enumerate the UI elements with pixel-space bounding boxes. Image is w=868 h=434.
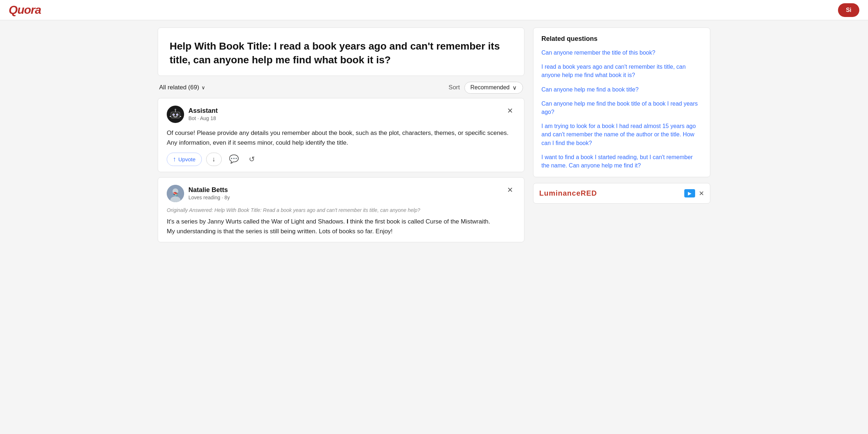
- avatar-2: 📚: [167, 185, 184, 202]
- sort-value: Recommended: [471, 84, 510, 91]
- related-link-5[interactable]: I want to find a book I started reading,…: [541, 153, 702, 170]
- ad-play-button[interactable]: ▶: [684, 189, 695, 197]
- ad-card: LuminanceRED ▶ ✕: [533, 183, 710, 204]
- related-link-3[interactable]: Can anyone help me find the book title o…: [541, 99, 702, 116]
- avatar: [167, 106, 184, 123]
- share-button[interactable]: ↺: [246, 153, 258, 165]
- answer-text: Of course! Please provide any details yo…: [167, 128, 515, 148]
- question-title: Help With Book Title: I read a book year…: [170, 39, 512, 67]
- author-name-2: Natalie Betts: [188, 186, 230, 194]
- page-layout: Help With Book Title: I read a book year…: [152, 20, 716, 255]
- author-meta: Bot · Aug 18: [188, 115, 218, 121]
- svg-point-13: [175, 109, 176, 110]
- close-answer-button[interactable]: ✕: [505, 106, 515, 116]
- svg-point-11: [177, 114, 178, 115]
- filters-bar: All related (69) ∨ Sort Recommended ∨: [158, 82, 524, 94]
- comment-button[interactable]: 💬: [226, 153, 242, 165]
- ad-close-button[interactable]: ✕: [699, 190, 704, 197]
- upvote-icon: ↑: [173, 156, 176, 163]
- comment-icon: 💬: [229, 154, 239, 163]
- header: Quora Si: [0, 0, 868, 20]
- related-link-0[interactable]: Can anyone remember the title of this bo…: [541, 48, 702, 57]
- sidebar: Related questions Can anyone remember th…: [533, 27, 710, 247]
- author-details: Assistant Bot · Aug 18: [188, 107, 218, 121]
- sort-dropdown[interactable]: Recommended ∨: [464, 82, 523, 94]
- related-questions-card: Related questions Can anyone remember th…: [533, 27, 710, 177]
- related-link-2[interactable]: Can anyone help me find a book title?: [541, 85, 702, 94]
- author-info-2: 📚 Natalie Betts Loves reading · 8y: [167, 185, 230, 202]
- answer-card-2: 📚 Natalie Betts Loves reading · 8y ✕ Ori…: [158, 177, 524, 242]
- main-content: Help With Book Title: I read a book year…: [158, 27, 524, 247]
- svg-point-10: [173, 114, 174, 115]
- answer-header-2: 📚 Natalie Betts Loves reading · 8y ✕: [167, 185, 515, 202]
- sort-label: Sort: [448, 84, 460, 91]
- downvote-button[interactable]: ↓: [206, 153, 222, 166]
- all-related-label: All related (69): [159, 84, 199, 91]
- answer-card: Assistant Bot · Aug 18 ✕ Of course! Plea…: [158, 98, 524, 172]
- related-questions-title: Related questions: [541, 35, 702, 43]
- signin-button[interactable]: Si: [838, 3, 859, 17]
- all-related-filter[interactable]: All related (69) ∨: [159, 84, 205, 91]
- author-name: Assistant: [188, 107, 218, 115]
- originally-answered: Originally Answered: Help With Book Titl…: [167, 207, 515, 213]
- ad-brand: LuminanceRED: [539, 189, 597, 197]
- person-avatar-icon: 📚: [167, 185, 184, 202]
- author-info: Assistant Bot · Aug 18: [167, 106, 218, 123]
- upvote-label: Upvote: [178, 156, 196, 162]
- quora-logo: Quora: [9, 3, 41, 17]
- chevron-down-icon: ∨: [201, 85, 205, 90]
- related-link-4[interactable]: I am trying to look for a book I had rea…: [541, 122, 702, 147]
- answer-header: Assistant Bot · Aug 18 ✕: [167, 106, 515, 123]
- action-bar: ↑ Upvote ↓ 💬 ↺: [167, 153, 515, 166]
- downvote-icon: ↓: [212, 156, 216, 163]
- ad-controls: ▶ ✕: [684, 189, 704, 197]
- svg-text:📚: 📚: [173, 191, 178, 197]
- author-details-2: Natalie Betts Loves reading · 8y: [188, 186, 230, 200]
- answer-text-2: It's a series by Janny Wurts called the …: [167, 217, 515, 236]
- question-card: Help With Book Title: I read a book year…: [158, 27, 524, 76]
- close-answer-2-button[interactable]: ✕: [505, 185, 515, 195]
- related-link-1[interactable]: I read a book years ago and can't rememb…: [541, 63, 702, 79]
- upvote-button[interactable]: ↑ Upvote: [167, 153, 202, 166]
- share-icon: ↺: [249, 155, 255, 163]
- author-meta-2: Loves reading · 8y: [188, 195, 230, 200]
- sort-container: Sort Recommended ∨: [448, 82, 523, 94]
- bot-avatar-icon: [170, 109, 181, 120]
- sort-chevron-icon: ∨: [512, 84, 517, 91]
